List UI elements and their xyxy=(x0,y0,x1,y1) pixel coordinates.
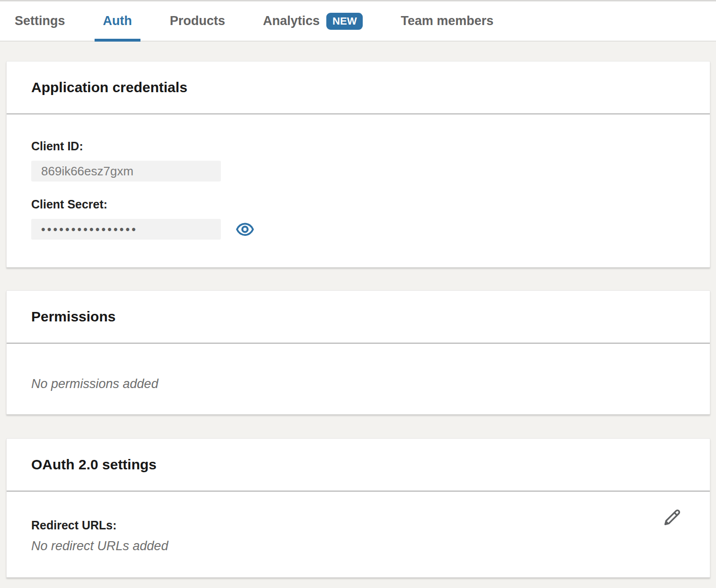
client-secret-value: •••••••••••••••• xyxy=(31,219,221,240)
application-credentials-card: Application credentials Client ID: 869ik… xyxy=(6,61,710,268)
tab-team-members[interactable]: Team members xyxy=(401,1,493,41)
oauth-settings-header: OAuth 2.0 settings xyxy=(7,439,710,492)
oauth-settings-body: Redirect URLs: No redirect URLs added xyxy=(7,492,710,577)
oauth-settings-card: OAuth 2.0 settings Redirect URLs: No red… xyxy=(6,438,710,578)
application-credentials-body: Client ID: 869ik66esz7gxm Client Secret:… xyxy=(7,114,710,267)
tab-analytics[interactable]: Analytics NEW xyxy=(263,1,363,41)
tab-products-label: Products xyxy=(170,14,225,28)
tab-settings[interactable]: Settings xyxy=(15,1,65,41)
tab-settings-label: Settings xyxy=(15,14,65,28)
reveal-client-secret-button[interactable] xyxy=(236,222,254,237)
pencil-icon xyxy=(662,507,682,528)
oauth-settings-title: OAuth 2.0 settings xyxy=(31,457,157,473)
client-id-value: 869ik66esz7gxm xyxy=(31,161,221,182)
permissions-body: No permissions added xyxy=(7,344,710,414)
new-badge: NEW xyxy=(326,13,363,30)
tab-products[interactable]: Products xyxy=(170,1,225,41)
permissions-empty-text: No permissions added xyxy=(31,377,685,391)
permissions-card: Permissions No permissions added xyxy=(6,290,710,415)
eye-icon xyxy=(236,222,254,237)
permissions-title: Permissions xyxy=(31,309,115,325)
tab-auth-label: Auth xyxy=(103,14,132,28)
tab-team-members-label: Team members xyxy=(401,14,493,28)
auth-tab-content: Application credentials Client ID: 869ik… xyxy=(0,42,716,578)
tab-auth[interactable]: Auth xyxy=(103,1,132,41)
tab-analytics-label: Analytics xyxy=(263,14,320,28)
tab-bar: Settings Auth Products Analytics NEW Tea… xyxy=(0,0,716,42)
application-credentials-header: Application credentials xyxy=(7,61,710,114)
redirect-urls-empty-text: No redirect URLs added xyxy=(31,539,685,553)
redirect-urls-label: Redirect URLs: xyxy=(31,518,685,532)
application-credentials-title: Application credentials xyxy=(31,79,187,95)
edit-redirect-urls-button[interactable] xyxy=(662,507,682,528)
permissions-header: Permissions xyxy=(7,291,710,344)
client-secret-label: Client Secret: xyxy=(31,197,685,211)
client-id-label: Client ID: xyxy=(31,139,685,153)
client-secret-row: •••••••••••••••• xyxy=(31,219,685,240)
